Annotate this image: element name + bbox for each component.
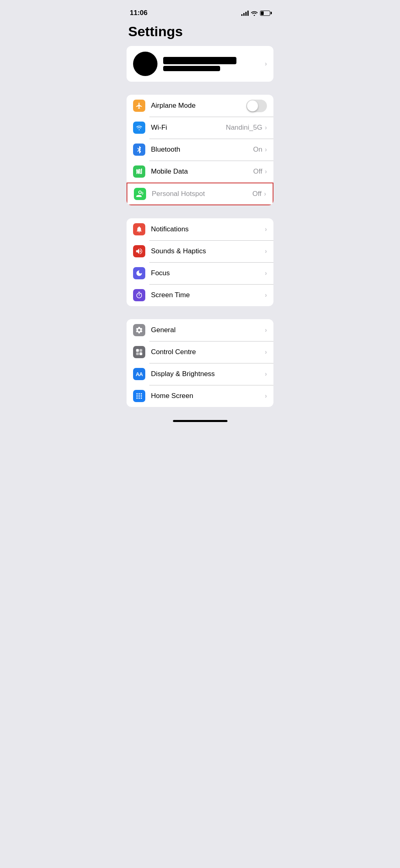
notifications-label: Notifications — [151, 225, 265, 233]
settings-row-notifications[interactable]: Notifications › — [127, 218, 273, 240]
settings-row-bluetooth[interactable]: Bluetooth On › — [127, 139, 273, 161]
svg-rect-10 — [139, 393, 140, 394]
focus-label: Focus — [151, 269, 265, 277]
svg-rect-6 — [140, 349, 142, 352]
status-bar: 11:06 — [120, 0, 280, 20]
personal-hotspot-chevron-icon: › — [264, 190, 266, 198]
mobile-data-value: Off — [253, 168, 262, 176]
svg-rect-5 — [136, 349, 139, 352]
svg-rect-1 — [138, 170, 139, 174]
airplane-mode-icon — [133, 100, 145, 112]
settings-row-screen-time[interactable]: Screen Time › — [127, 284, 273, 306]
svg-point-4 — [141, 193, 142, 194]
status-icons — [241, 10, 270, 16]
profile-card[interactable]: › — [127, 46, 273, 82]
settings-row-sounds-haptics[interactable]: Sounds & Haptics › — [127, 240, 273, 262]
control-centre-label: Control Centre — [151, 348, 265, 356]
settings-row-wifi[interactable]: Wi-Fi Nandini_5G › — [127, 117, 273, 139]
personal-hotspot-value: Off — [252, 190, 261, 198]
svg-rect-7 — [136, 352, 139, 355]
profile-subtitle — [163, 66, 220, 71]
notifications-icon — [133, 223, 145, 235]
svg-rect-16 — [139, 398, 140, 399]
personal-hotspot-label: Personal Hotspot — [152, 190, 252, 198]
bluetooth-value: On — [253, 146, 262, 154]
signal-bar-3 — [245, 12, 247, 16]
wifi-icon — [133, 122, 145, 134]
svg-rect-9 — [136, 393, 138, 394]
svg-rect-15 — [136, 398, 138, 399]
control-centre-icon — [133, 346, 145, 358]
screen-time-chevron-icon: › — [265, 292, 267, 299]
sounds-haptics-label: Sounds & Haptics — [151, 247, 265, 255]
control-centre-chevron-icon: › — [265, 348, 267, 356]
svg-rect-8 — [140, 352, 142, 355]
signal-bar-4 — [247, 11, 249, 16]
svg-rect-0 — [136, 169, 137, 174]
screen-time-icon — [133, 289, 145, 301]
toggle-knob — [247, 100, 258, 111]
home-screen-chevron-icon: › — [265, 392, 267, 400]
wifi-label: Wi-Fi — [151, 124, 226, 132]
airplane-mode-toggle[interactable] — [246, 100, 267, 112]
svg-rect-11 — [141, 393, 142, 394]
svg-rect-17 — [141, 398, 142, 399]
status-time: 11:06 — [130, 9, 147, 17]
profile-name — [163, 57, 236, 64]
airplane-mode-label: Airplane Mode — [151, 102, 246, 110]
focus-chevron-icon: › — [265, 270, 267, 277]
settings-row-control-centre[interactable]: Control Centre › — [127, 341, 273, 363]
wifi-status-icon — [251, 11, 258, 16]
battery-fill — [261, 11, 264, 15]
display-brightness-chevron-icon: › — [265, 370, 267, 378]
mobile-data-label: Mobile Data — [151, 168, 253, 176]
wifi-value: Nandini_5G — [226, 124, 262, 132]
sounds-haptics-icon — [133, 245, 145, 257]
svg-rect-2 — [140, 170, 140, 174]
general-icon — [133, 324, 145, 336]
settings-row-home-screen[interactable]: Home Screen › — [127, 385, 273, 407]
profile-text — [163, 57, 265, 71]
bluetooth-label: Bluetooth — [151, 146, 253, 154]
svg-rect-12 — [136, 396, 138, 397]
avatar — [133, 52, 157, 76]
home-indicator — [173, 420, 227, 422]
battery-icon — [260, 11, 270, 16]
home-screen-label: Home Screen — [151, 392, 265, 400]
signal-bar-2 — [243, 13, 245, 16]
general-section: General › Control Centre › AA Display & … — [127, 319, 273, 407]
signal-bar-1 — [241, 14, 243, 16]
page-title: Settings — [120, 20, 280, 46]
sounds-haptics-chevron-icon: › — [265, 248, 267, 255]
svg-rect-14 — [141, 396, 142, 397]
bluetooth-chevron-icon: › — [265, 146, 267, 153]
home-screen-icon — [133, 390, 145, 402]
svg-rect-3 — [141, 169, 142, 174]
settings-row-focus[interactable]: Focus › — [127, 262, 273, 284]
signal-bars-icon — [241, 10, 249, 16]
display-brightness-label: Display & Brightness — [151, 370, 265, 378]
general-chevron-icon: › — [265, 326, 267, 334]
wifi-chevron-icon: › — [265, 124, 267, 131]
settings-row-personal-hotspot[interactable]: Personal Hotspot Off › — [127, 183, 273, 205]
svg-rect-13 — [139, 396, 140, 397]
screen-time-label: Screen Time — [151, 291, 265, 299]
mobile-data-chevron-icon: › — [265, 168, 267, 175]
settings-row-airplane-mode[interactable]: Airplane Mode — [127, 95, 273, 117]
settings-row-general[interactable]: General › — [127, 319, 273, 341]
focus-icon — [133, 267, 145, 279]
profile-chevron-icon: › — [265, 60, 267, 67]
personal-hotspot-icon — [134, 188, 146, 200]
bluetooth-icon — [133, 144, 145, 156]
mobile-data-icon — [133, 165, 145, 178]
notifications-chevron-icon: › — [265, 226, 267, 233]
profile-content — [133, 52, 265, 76]
settings-row-mobile-data[interactable]: Mobile Data Off › — [127, 161, 273, 183]
notifications-section: Notifications › Sounds & Haptics › Focus… — [127, 218, 273, 306]
general-label: General — [151, 326, 265, 334]
network-section: Airplane Mode Wi-Fi Nandini_5G › Bluetoo… — [127, 95, 273, 205]
settings-row-display-brightness[interactable]: AA Display & Brightness › — [127, 363, 273, 385]
display-brightness-icon: AA — [133, 368, 145, 380]
